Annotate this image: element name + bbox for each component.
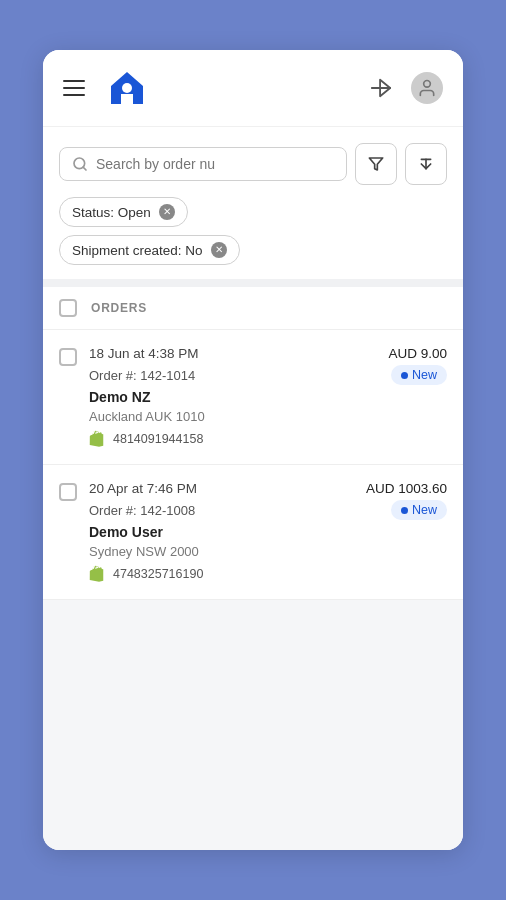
status-badge-2: New xyxy=(391,500,447,520)
phone-card: R xyxy=(43,50,463,850)
order-tracking-1: 4814091944158 xyxy=(113,432,203,446)
status-filter-chip[interactable]: Status: Open ✕ xyxy=(59,197,188,227)
status-label-2: New xyxy=(412,503,437,517)
header: R xyxy=(43,50,463,127)
status-filter-close[interactable]: ✕ xyxy=(159,204,175,220)
search-icon xyxy=(72,156,88,172)
shipment-filter-label: Shipment created: No xyxy=(72,243,203,258)
shipment-filter-chip[interactable]: Shipment created: No ✕ xyxy=(59,235,240,265)
svg-point-4 xyxy=(424,81,431,88)
shipment-filter-close[interactable]: ✕ xyxy=(211,242,227,258)
order-address-2: Sydney NSW 2000 xyxy=(89,544,447,559)
shopify-icon-1 xyxy=(89,430,107,448)
filter-chips: Status: Open ✕ Shipment created: No ✕ xyxy=(43,197,463,279)
search-row xyxy=(59,143,447,185)
order-customer-1: Demo NZ xyxy=(89,389,447,405)
status-label-1: New xyxy=(412,368,437,382)
svg-text:R: R xyxy=(124,85,130,94)
filter-button[interactable] xyxy=(355,143,397,185)
sort-icon xyxy=(418,156,434,172)
svg-marker-7 xyxy=(369,158,382,170)
header-right xyxy=(365,72,443,104)
order-top-row-2: 20 Apr at 7:46 PM AUD 1003.60 xyxy=(89,481,447,496)
search-input[interactable] xyxy=(96,156,334,172)
order-number-1: Order #: 142-1014 xyxy=(89,368,195,383)
order-checkbox-1[interactable] xyxy=(59,348,77,448)
menu-icon[interactable] xyxy=(63,80,85,96)
logo: R xyxy=(105,66,149,110)
sort-button[interactable] xyxy=(405,143,447,185)
order-address-1: Auckland AUK 1010 xyxy=(89,409,447,424)
notification-icon[interactable] xyxy=(365,72,397,104)
content: Status: Open ✕ Shipment created: No ✕ OR… xyxy=(43,127,463,850)
user-avatar[interactable] xyxy=(411,72,443,104)
order-number-2: Order #: 142-1008 xyxy=(89,503,195,518)
order-date-1: 18 Jun at 4:38 PM xyxy=(89,346,199,361)
status-dot-2 xyxy=(401,507,408,514)
search-wrapper[interactable] xyxy=(59,147,347,181)
section-divider xyxy=(43,279,463,287)
orders-header-row: ORDERS xyxy=(43,287,463,330)
status-dot-1 xyxy=(401,372,408,379)
search-bar-container xyxy=(43,127,463,197)
table-row[interactable]: 18 Jun at 4:38 PM AUD 9.00 Order #: 142-… xyxy=(43,330,463,465)
select-all-checkbox[interactable] xyxy=(59,299,77,317)
order-middle-row-2: Order #: 142-1008 New xyxy=(89,500,447,520)
status-filter-label: Status: Open xyxy=(72,205,151,220)
logo-icon: R xyxy=(105,66,149,110)
order-tracking-row-2: 4748325716190 xyxy=(89,565,447,583)
orders-section: ORDERS 18 Jun at 4:38 PM AUD 9.00 Order … xyxy=(43,287,463,600)
shopify-icon-2 xyxy=(89,565,107,583)
header-left: R xyxy=(63,66,149,110)
table-row[interactable]: 20 Apr at 7:46 PM AUD 1003.60 Order #: 1… xyxy=(43,465,463,600)
order-customer-2: Demo User xyxy=(89,524,447,540)
order-amount-1: AUD 9.00 xyxy=(388,346,447,361)
order-middle-row-1: Order #: 142-1014 New xyxy=(89,365,447,385)
filter-icon xyxy=(368,156,384,172)
order-checkbox-2[interactable] xyxy=(59,483,77,583)
order-tracking-2: 4748325716190 xyxy=(113,567,203,581)
order-top-row-1: 18 Jun at 4:38 PM AUD 9.00 xyxy=(89,346,447,361)
status-badge-1: New xyxy=(391,365,447,385)
order-amount-2: AUD 1003.60 xyxy=(366,481,447,496)
order-details-2: 20 Apr at 7:46 PM AUD 1003.60 Order #: 1… xyxy=(89,481,447,583)
orders-header-label: ORDERS xyxy=(91,301,147,315)
order-tracking-row-1: 4814091944158 xyxy=(89,430,447,448)
order-details-1: 18 Jun at 4:38 PM AUD 9.00 Order #: 142-… xyxy=(89,346,447,448)
svg-line-6 xyxy=(83,167,86,170)
order-date-2: 20 Apr at 7:46 PM xyxy=(89,481,197,496)
